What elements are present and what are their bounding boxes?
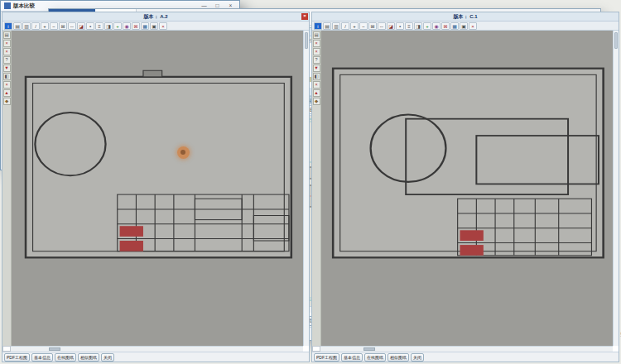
pane-tool-icon[interactable]: ▤ xyxy=(323,22,331,30)
pane-button[interactable]: 基本信息 xyxy=(341,353,363,362)
pane-tool-icon[interactable]: ⊠ xyxy=(132,22,140,30)
pane-annotation-icon[interactable]: ▲ xyxy=(3,89,11,97)
compare-canvas-a2[interactable] xyxy=(12,31,303,346)
pane-annotation-icon[interactable]: × xyxy=(3,40,11,47)
pane-tool-icon[interactable]: ≡ xyxy=(95,22,104,30)
pane-button[interactable]: 基本信息 xyxy=(31,353,53,362)
pane-tool-icon[interactable]: ⊞ xyxy=(368,22,377,30)
pane-tool-icon[interactable]: / xyxy=(31,22,40,30)
pane-tool-icon[interactable]: + xyxy=(350,22,359,30)
cursor-highlight xyxy=(177,146,190,159)
pane-tool-icon[interactable]: ⇔ xyxy=(378,22,386,30)
pane-tool-icon[interactable]: / xyxy=(341,22,349,30)
pane-tool-icon[interactable]: + xyxy=(423,22,431,30)
pane-annotation-icon[interactable]: × xyxy=(313,48,320,55)
pane-tool-icon[interactable]: ◨ xyxy=(414,22,422,30)
pane-button[interactable]: PDF工程图 xyxy=(4,353,30,362)
pane-tool-icon[interactable]: ▥ xyxy=(332,22,340,30)
pane-annotation-icon[interactable]: ▤ xyxy=(313,31,320,39)
pane-button[interactable]: PDF工程图 xyxy=(314,353,339,362)
pane-tool-icon[interactable]: ▥ xyxy=(22,22,31,30)
pane-vscrollbar[interactable] xyxy=(613,31,619,346)
pane-annotation-icon[interactable]: ▤ xyxy=(3,31,11,39)
pane-button[interactable]: 在线图纸 xyxy=(55,353,76,362)
pane-tool-icon[interactable]: − xyxy=(359,22,368,30)
pane-tool-icon[interactable]: i xyxy=(314,22,322,30)
compare-pane-right: 版本： C.1 i▤▥/+−⊞⇔◪▪≡◨+◉⊠▦▣× ▤××?▼◧×▲◆ xyxy=(311,12,619,362)
pane-tool-icon[interactable]: + xyxy=(113,22,122,30)
pane-tool-icon[interactable]: ▪ xyxy=(396,22,404,30)
pane-tool-icon[interactable]: ▦ xyxy=(450,22,459,30)
pane-tool-icon[interactable]: ▦ xyxy=(141,22,149,30)
pane-button[interactable]: 相似图纸 xyxy=(78,353,99,362)
pane-annotation-icon[interactable]: ? xyxy=(313,56,320,64)
pane-vscrollbar[interactable] xyxy=(303,31,309,346)
pane-annotation-icon[interactable]: ▼ xyxy=(313,65,320,72)
pane-button[interactable]: 相似图纸 xyxy=(388,353,409,362)
pane-hscrollbar[interactable] xyxy=(11,346,303,352)
pane-button[interactable]: 关闭 xyxy=(101,353,114,362)
pane-tool-icon[interactable]: ◪ xyxy=(387,22,395,30)
pane-tool-icon[interactable]: ◉ xyxy=(432,22,440,30)
pane-annotation-icon[interactable]: × xyxy=(3,48,11,55)
version-compare-window: 版本比较 — □ × 版本： A.2 × i▤▥/+−⊞⇔◪▪≡◨+◉⊠▦▣× … xyxy=(0,0,240,170)
pane-tool-icon[interactable]: ▪ xyxy=(86,22,94,30)
pane-annotation-icon[interactable]: ? xyxy=(3,56,11,64)
pane-annotation-toolbar: ▤××?▼◧×▲◆ xyxy=(312,31,321,346)
pane-tool-icon[interactable]: × xyxy=(469,22,477,30)
pane-tool-icon[interactable]: ◨ xyxy=(104,22,113,30)
pane-tool-icon[interactable]: ⊠ xyxy=(441,22,450,30)
pane-tool-icon[interactable]: ◪ xyxy=(77,22,85,30)
compare-pane-left: 版本： A.2 × i▤▥/+−⊞⇔◪▪≡◨+◉⊠▦▣× ▤××?▼◧×▲◆ xyxy=(2,12,310,362)
pane-annotation-icon[interactable]: × xyxy=(313,81,320,89)
pane-button[interactable]: 在线图纸 xyxy=(364,353,386,362)
pane-tool-icon[interactable]: − xyxy=(50,22,58,30)
scroll-corner xyxy=(2,346,11,352)
pane-buttons: PDF工程图基本信息在线图纸相似图纸关闭 xyxy=(2,352,309,362)
pane-toolbar: i▤▥/+−⊞⇔◪▪≡◨+◉⊠▦▣× xyxy=(2,22,309,31)
pane-tool-icon[interactable]: ◉ xyxy=(123,22,131,30)
pane-tool-icon[interactable]: ⇔ xyxy=(68,22,76,30)
pane-annotation-icon[interactable]: ◧ xyxy=(313,73,320,80)
pane-annotation-icon[interactable]: ◧ xyxy=(3,73,11,80)
version-header: 版本： A.2 × xyxy=(2,12,309,22)
pane-tool-icon[interactable]: ≡ xyxy=(405,22,413,30)
pane-tool-icon[interactable]: + xyxy=(41,22,49,30)
pane-annotation-icon[interactable]: × xyxy=(3,81,11,89)
pane-tool-icon[interactable]: ▣ xyxy=(150,22,158,30)
pane-annotation-icon[interactable]: × xyxy=(313,40,320,47)
pane-hscrollbar[interactable] xyxy=(320,346,613,352)
scroll-corner xyxy=(312,346,320,352)
pane-annotation-toolbar: ▤××?▼◧×▲◆ xyxy=(2,31,12,346)
pane-annotation-icon[interactable]: ▼ xyxy=(3,65,11,72)
pane-tool-icon[interactable]: i xyxy=(4,22,12,30)
pane-annotation-icon[interactable]: ◆ xyxy=(313,98,320,105)
pane-annotation-icon[interactable]: ▲ xyxy=(313,89,320,97)
pane-toolbar: i▤▥/+−⊞⇔◪▪≡◨+◉⊠▦▣× xyxy=(312,22,619,31)
pane-close-icon[interactable]: × xyxy=(301,13,308,20)
pane-tool-icon[interactable]: ▤ xyxy=(13,22,22,30)
pane-annotation-icon[interactable]: ◆ xyxy=(3,98,11,105)
version-header: 版本： C.1 xyxy=(312,12,619,22)
pane-button[interactable]: 关闭 xyxy=(411,353,424,362)
compare-icon xyxy=(4,2,11,9)
pane-tool-icon[interactable]: × xyxy=(159,22,167,30)
pane-tool-icon[interactable]: ▣ xyxy=(460,22,468,30)
compare-canvas-c1[interactable] xyxy=(321,31,613,346)
pane-tool-icon[interactable]: ⊞ xyxy=(59,22,67,30)
pane-buttons: PDF工程图基本信息在线图纸相似图纸关闭 xyxy=(312,352,619,362)
